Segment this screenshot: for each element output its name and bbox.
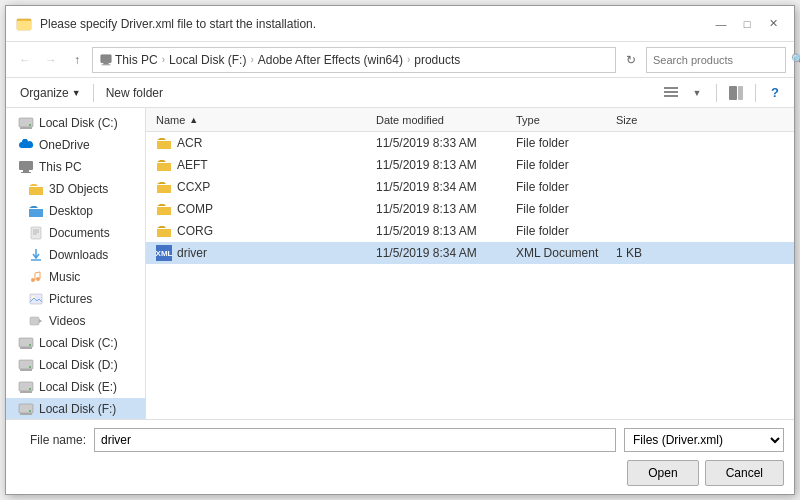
file-date-corg: 11/5/2019 8:13 AM xyxy=(370,224,510,238)
title-bar-controls: — □ ✕ xyxy=(710,13,784,35)
col-header-size[interactable]: Size xyxy=(610,108,670,131)
drive-d-icon xyxy=(18,357,34,373)
svg-rect-33 xyxy=(19,382,33,391)
svg-rect-6 xyxy=(664,91,678,93)
path-segment-3[interactable]: Adobe After Effects (win64) xyxy=(258,53,403,67)
sidebar-item-desktop[interactable]: Desktop xyxy=(6,200,145,222)
search-icon: 🔍 xyxy=(791,53,800,66)
svg-point-29 xyxy=(29,344,31,346)
sidebar-label: Local Disk (E:) xyxy=(39,380,117,394)
svg-rect-23 xyxy=(30,294,42,304)
file-row-driver[interactable]: XML driver 11/5/2019 8:34 AM XML Documen… xyxy=(146,242,794,264)
drive-f-icon xyxy=(18,401,34,417)
col-header-date[interactable]: Date modified xyxy=(370,108,510,131)
up-button[interactable]: ↑ xyxy=(66,49,88,71)
search-input[interactable] xyxy=(653,54,791,66)
sidebar-item-pictures[interactable]: Pictures xyxy=(6,288,145,310)
sidebar-label: Local Disk (D:) xyxy=(39,358,118,372)
file-row-corg[interactable]: CORG 11/5/2019 8:13 AM File folder xyxy=(146,220,794,242)
file-type-driver: XML Document xyxy=(510,246,610,260)
svg-rect-36 xyxy=(19,404,33,413)
sidebar-item-local-c[interactable]: Local Disk (C:) xyxy=(6,112,145,134)
organize-label: Organize xyxy=(20,86,69,100)
filename-input[interactable] xyxy=(94,428,616,452)
file-row-acr[interactable]: ACR 11/5/2019 8:33 AM File folder xyxy=(146,132,794,154)
svg-point-12 xyxy=(29,124,31,126)
minimize-button[interactable]: — xyxy=(710,13,732,35)
svg-rect-14 xyxy=(23,170,29,172)
view-dropdown-button[interactable]: ▼ xyxy=(686,82,708,104)
file-row-comp[interactable]: COMP 11/5/2019 8:13 AM File folder xyxy=(146,198,794,220)
file-row-aeft[interactable]: AEFT 11/5/2019 8:13 AM File folder xyxy=(146,154,794,176)
address-path[interactable]: This PC › Local Disk (F:) › Adobe After … xyxy=(92,47,616,73)
refresh-button[interactable]: ↻ xyxy=(620,49,642,71)
sidebar-item-d[interactable]: Local Disk (D:) xyxy=(6,354,145,376)
cancel-button[interactable]: Cancel xyxy=(705,460,784,486)
svg-rect-5 xyxy=(664,87,678,89)
view-details-button[interactable] xyxy=(660,82,682,104)
file-type-aeft: File folder xyxy=(510,158,610,172)
open-button[interactable]: Open xyxy=(627,460,698,486)
svg-point-22 xyxy=(36,277,40,281)
drive-e-icon xyxy=(18,379,34,395)
sidebar-item-documents[interactable]: Documents xyxy=(6,222,145,244)
svg-rect-31 xyxy=(20,369,32,371)
desktop-folder-icon xyxy=(28,203,44,219)
sidebar-label: Desktop xyxy=(49,204,93,218)
svg-point-38 xyxy=(29,410,31,412)
sidebar-item-c2[interactable]: Local Disk (C:) xyxy=(6,332,145,354)
maximize-button[interactable]: □ xyxy=(736,13,758,35)
organize-chevron: ▼ xyxy=(72,88,81,98)
preview-button[interactable] xyxy=(725,82,747,104)
sidebar-item-this-pc[interactable]: This PC xyxy=(6,156,145,178)
svg-rect-8 xyxy=(729,86,737,100)
drive-icon xyxy=(18,115,34,131)
documents-icon xyxy=(28,225,44,241)
path-pc-icon xyxy=(99,53,113,67)
sidebar-item-downloads[interactable]: Downloads xyxy=(6,244,145,266)
cloud-icon xyxy=(18,137,34,153)
folder-icon xyxy=(156,181,172,194)
back-button[interactable]: ← xyxy=(14,49,36,71)
forward-button[interactable]: → xyxy=(40,49,62,71)
filetype-select[interactable]: Files (Driver.xml) xyxy=(624,428,784,452)
svg-rect-7 xyxy=(664,95,678,97)
svg-rect-11 xyxy=(20,127,32,129)
sidebar-label: This PC xyxy=(39,160,82,174)
title-bar-left: Please specify Driver.xml file to start … xyxy=(16,16,316,32)
help-button[interactable]: ? xyxy=(764,82,786,104)
sidebar-item-videos[interactable]: Videos xyxy=(6,310,145,332)
col-header-type[interactable]: Type xyxy=(510,108,610,131)
sidebar-label: Local Disk (C:) xyxy=(39,336,118,350)
sidebar-item-e[interactable]: Local Disk (E:) xyxy=(6,376,145,398)
sidebar-item-3d-objects[interactable]: 3D Objects xyxy=(6,178,145,200)
sidebar-item-music[interactable]: Music xyxy=(6,266,145,288)
svg-rect-28 xyxy=(20,347,32,349)
organize-button[interactable]: Organize ▼ xyxy=(14,81,87,105)
svg-point-21 xyxy=(31,278,35,282)
path-segment-2[interactable]: Local Disk (F:) xyxy=(169,53,246,67)
search-box[interactable]: 🔍 xyxy=(646,47,786,73)
toolbar-separator xyxy=(93,84,94,102)
file-list: ACR 11/5/2019 8:33 AM File folder AEFT 1… xyxy=(146,132,794,419)
svg-marker-26 xyxy=(39,319,42,323)
close-button[interactable]: ✕ xyxy=(762,13,784,35)
sidebar-label: Local Disk (C:) xyxy=(39,116,118,130)
pc-icon xyxy=(18,159,34,175)
file-name-comp: COMP xyxy=(150,202,370,216)
sidebar-item-f[interactable]: Local Disk (F:) xyxy=(6,398,145,419)
folder-icon xyxy=(156,159,172,172)
svg-rect-30 xyxy=(19,360,33,369)
file-row-ccxp[interactable]: CCXP 11/5/2019 8:34 AM File folder xyxy=(146,176,794,198)
toolbar-right: ▼ ? xyxy=(660,82,786,104)
file-type-ccxp: File folder xyxy=(510,180,610,194)
svg-rect-4 xyxy=(102,64,111,65)
path-segment-4[interactable]: products xyxy=(414,53,460,67)
svg-rect-13 xyxy=(19,161,33,170)
path-segment-1[interactable]: This PC xyxy=(115,53,158,67)
col-header-name[interactable]: Name ▲ xyxy=(150,108,370,131)
svg-rect-25 xyxy=(30,317,39,325)
new-folder-label: New folder xyxy=(106,86,163,100)
new-folder-button[interactable]: New folder xyxy=(100,81,169,105)
sidebar-item-onedrive[interactable]: OneDrive xyxy=(6,134,145,156)
